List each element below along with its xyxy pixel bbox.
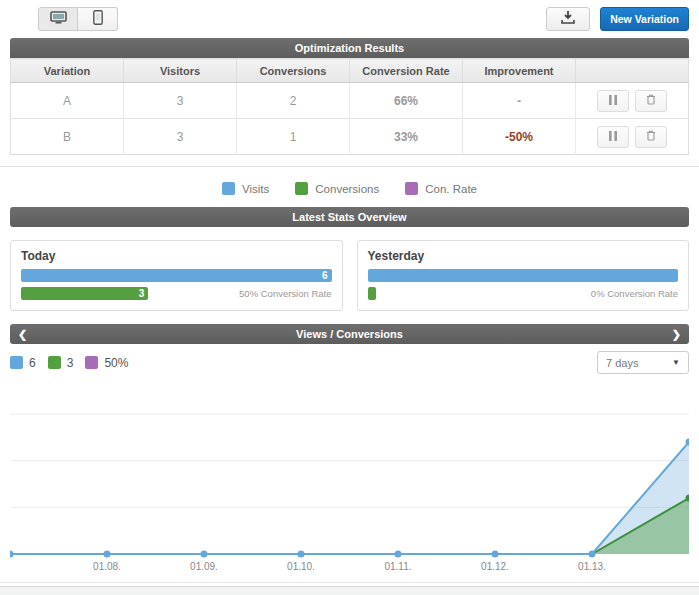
panel-title: Yesterday — [368, 249, 679, 263]
conversions-swatch — [48, 356, 61, 369]
conversions-value: 2 — [237, 83, 350, 119]
visitors-value: 3 — [124, 119, 237, 155]
svg-text:01.13.: 01.13. — [578, 561, 606, 572]
variation-name: A — [11, 83, 124, 119]
chart-bottom-divider — [0, 582, 699, 583]
prev-period-arrow[interactable]: ❮ — [18, 324, 27, 344]
con-rate-legend-swatch — [405, 182, 418, 195]
date-range-select[interactable]: 7 days ▼ — [597, 351, 689, 374]
visitors-value: 3 — [124, 83, 237, 119]
legend-label: Conversions — [315, 183, 379, 195]
range-selected-value: 7 days — [606, 357, 638, 369]
table-row-variation-a: A 3 2 66% - — [11, 83, 689, 119]
stats-panels: Today 6 3 50% Conversion Rate Yesterday … — [10, 240, 689, 311]
col-visitors: Visitors — [124, 59, 237, 83]
latest-stats-header: Latest Stats Overview — [10, 207, 689, 227]
mobile-icon — [93, 10, 103, 28]
svg-text:01.09.: 01.09. — [190, 561, 218, 572]
yesterday-conversion-rate-text: 0% Conversion Rate — [591, 288, 678, 299]
optimization-results-section: Optimization Results Variation Visitors … — [10, 38, 689, 155]
svg-text:01.11.: 01.11. — [384, 561, 411, 572]
legend-label: Visits — [242, 183, 269, 195]
trash-icon — [646, 94, 656, 108]
mini-legend-rate: 50% — [85, 356, 128, 370]
col-improvement: Improvement — [463, 59, 576, 83]
legend-label: Con. Rate — [425, 183, 477, 195]
rate-swatch — [85, 356, 98, 369]
svg-text:01.10.: 01.10. — [287, 561, 315, 572]
views-conversions-chart: 01.08.01.09.01.10.01.11.01.12.01.13. — [10, 402, 689, 580]
results-header-row: Variation Visitors Conversions Conversio… — [11, 59, 689, 83]
chart-controls: 6 3 50% 7 days ▼ — [10, 351, 689, 374]
visits-swatch — [10, 356, 23, 369]
yesterday-visits-bar — [368, 269, 679, 282]
conversions-count: 3 — [67, 356, 74, 370]
col-variation: Variation — [11, 59, 124, 83]
chevron-down-icon: ▼ — [672, 358, 680, 367]
device-toggle-group — [38, 7, 118, 31]
toolbar-actions: New Variation — [546, 7, 689, 31]
svg-text:01.08.: 01.08. — [93, 561, 121, 572]
pause-icon — [609, 94, 617, 108]
download-button[interactable] — [546, 7, 590, 31]
chart-mini-legend: 6 3 50% — [10, 356, 128, 370]
visits-legend-swatch — [222, 182, 235, 195]
today-visits-bar: 6 — [21, 269, 332, 282]
col-actions — [576, 59, 689, 83]
visits-count: 6 — [29, 356, 36, 370]
line-chart-svg[interactable]: 01.08.01.09.01.10.01.11.01.12.01.13. — [10, 402, 689, 580]
col-conversion-rate: Conversion Rate — [350, 59, 463, 83]
pause-icon — [609, 130, 617, 144]
conversions-value: 1 — [237, 119, 350, 155]
legend-item-con-rate: Con. Rate — [405, 182, 477, 195]
conversion-rate-value: 33% — [350, 119, 463, 155]
today-conversion-rate-text: 50% Conversion Rate — [239, 288, 331, 299]
legend-item-visits: Visits — [222, 182, 269, 195]
variation-name: B — [11, 119, 124, 155]
download-icon — [561, 11, 575, 27]
yesterday-conversions-bar — [368, 287, 376, 300]
table-row-variation-b: B 3 1 33% -50% — [11, 119, 689, 155]
next-period-arrow[interactable]: ❯ — [672, 324, 681, 344]
chart-legend: Visits Conversions Con. Rate — [0, 167, 699, 207]
improvement-value: -50% — [463, 119, 576, 155]
mini-legend-conversions: 3 — [48, 356, 74, 370]
today-panel: Today 6 3 50% Conversion Rate — [10, 240, 343, 311]
desktop-view-button[interactable] — [38, 7, 78, 31]
trash-icon — [646, 130, 656, 144]
dashboard-page: New Variation Optimization Results Varia… — [0, 0, 699, 595]
legend-item-conversions: Conversions — [295, 182, 379, 195]
views-conversions-title: Views / Conversions — [296, 328, 403, 340]
mini-legend-visits: 6 — [10, 356, 36, 370]
today-conversions-bar: 3 — [21, 287, 148, 300]
results-table: Variation Visitors Conversions Conversio… — [10, 58, 689, 155]
views-conversions-header: ❮ Views / Conversions ❯ — [10, 324, 689, 344]
conversions-legend-swatch — [295, 182, 308, 195]
row-actions-cell — [576, 119, 689, 155]
panel-title: Today — [21, 249, 332, 263]
svg-text:01.12.: 01.12. — [481, 561, 509, 572]
col-conversions: Conversions — [237, 59, 350, 83]
new-variation-button[interactable]: New Variation — [600, 7, 689, 31]
mobile-view-button[interactable] — [78, 7, 118, 31]
optimization-results-title: Optimization Results — [10, 38, 689, 58]
delete-button[interactable] — [635, 90, 667, 112]
delete-button[interactable] — [635, 126, 667, 148]
yesterday-panel: Yesterday 0% Conversion Rate — [357, 240, 690, 311]
rate-value: 50% — [104, 356, 128, 370]
improvement-value: - — [463, 83, 576, 119]
pause-button[interactable] — [597, 90, 629, 112]
desktop-icon — [50, 11, 67, 28]
row-actions-cell — [576, 83, 689, 119]
footer-strip — [0, 586, 699, 595]
pause-button[interactable] — [597, 126, 629, 148]
conversion-rate-value: 66% — [350, 83, 463, 119]
top-toolbar: New Variation — [0, 0, 699, 34]
